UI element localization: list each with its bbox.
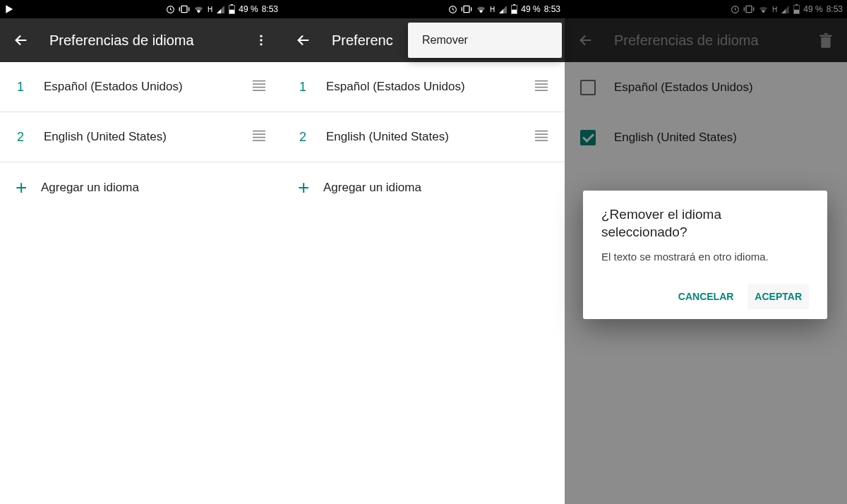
overflow-menu-button[interactable] xyxy=(253,32,270,49)
language-name: English (United States) xyxy=(326,130,534,144)
svg-point-7 xyxy=(260,43,262,45)
overflow-menu: Remover xyxy=(408,23,562,58)
signal-icon xyxy=(498,5,507,14)
battery-percent: 49 % xyxy=(239,4,258,14)
add-language-label: Agregar un idioma xyxy=(41,181,139,195)
wifi-off-icon xyxy=(476,5,486,14)
language-name: Español (Estados Unidos) xyxy=(44,80,251,94)
svg-rect-12 xyxy=(512,10,517,14)
status-bar: H 49 % 8:53 xyxy=(0,0,282,18)
drag-handle-icon[interactable] xyxy=(534,79,549,95)
menu-item-remove[interactable]: Remover xyxy=(408,23,562,58)
play-icon xyxy=(4,4,14,14)
drag-handle-icon[interactable] xyxy=(251,129,267,145)
sync-icon xyxy=(166,5,175,14)
battery-icon xyxy=(229,4,235,14)
back-button[interactable] xyxy=(295,32,312,49)
signal-icon xyxy=(216,5,225,14)
network-type: H xyxy=(490,6,495,13)
language-list: 1 Español (Estados Unidos) 2 English (Un… xyxy=(0,62,282,504)
status-bar: H 49 % 8:53 xyxy=(282,0,565,18)
dialog-actions: CANCELAR ACEPTAR xyxy=(601,284,809,309)
svg-rect-4 xyxy=(229,10,234,14)
plus-icon: + xyxy=(296,178,323,198)
svg-rect-1 xyxy=(181,6,187,12)
accept-button[interactable]: ACEPTAR xyxy=(747,284,809,309)
vibrate-icon xyxy=(461,5,472,13)
language-row[interactable]: 1 Español (Estados Unidos) xyxy=(282,62,565,112)
svg-point-6 xyxy=(260,39,262,41)
svg-rect-11 xyxy=(513,4,515,5)
add-language-label: Agregar un idioma xyxy=(323,181,421,195)
language-list: 1 Español (Estados Unidos) 2 English (Un… xyxy=(282,62,565,504)
language-name: English (United States) xyxy=(44,130,251,144)
drag-handle-icon[interactable] xyxy=(534,129,549,145)
drag-handle-icon[interactable] xyxy=(251,79,267,95)
app-bar: Preferencias de idioma xyxy=(0,18,282,62)
battery-percent: 49 % xyxy=(521,4,540,14)
language-row[interactable]: 2 English (United States) xyxy=(0,112,282,162)
svg-rect-3 xyxy=(231,4,233,5)
wifi-off-icon xyxy=(193,5,204,14)
page-title: Preferencias de idioma xyxy=(49,32,233,49)
confirm-remove-dialog: ¿Remover el idioma seleccionado? El text… xyxy=(583,191,827,319)
language-row[interactable]: 1 Español (Estados Unidos) xyxy=(0,62,282,112)
screen-3: H 49 % 8:53 Preferencias de idioma Españ… xyxy=(565,0,847,504)
sync-icon xyxy=(448,5,457,14)
language-index: 1 xyxy=(299,80,326,95)
cancel-button[interactable]: CANCELAR xyxy=(671,284,741,309)
dialog-title: ¿Remover el idioma seleccionado? xyxy=(601,206,809,241)
add-language-button[interactable]: + Agregar un idioma xyxy=(0,162,282,212)
svg-point-5 xyxy=(260,35,262,37)
battery-icon xyxy=(511,4,517,14)
svg-rect-9 xyxy=(464,6,469,12)
language-row[interactable]: 2 English (United States) xyxy=(282,112,565,162)
screen-1: H 49 % 8:53 Preferencias de idioma 1 Esp… xyxy=(0,0,282,504)
clock: 8:53 xyxy=(262,4,278,14)
dialog-body: El texto se mostrará en otro idioma. xyxy=(601,251,809,263)
language-index: 2 xyxy=(299,130,326,145)
vibrate-icon xyxy=(179,5,190,13)
back-button[interactable] xyxy=(13,32,30,49)
network-type: H xyxy=(208,6,212,13)
language-name: Español (Estados Unidos) xyxy=(326,80,534,94)
screen-2: H 49 % 8:53 Preferenc Remover 1 Español … xyxy=(282,0,565,504)
plus-icon: + xyxy=(14,178,41,198)
language-index: 2 xyxy=(17,130,44,145)
language-index: 1 xyxy=(17,80,44,95)
clock: 8:53 xyxy=(544,4,560,14)
add-language-button[interactable]: + Agregar un idioma xyxy=(282,162,565,212)
